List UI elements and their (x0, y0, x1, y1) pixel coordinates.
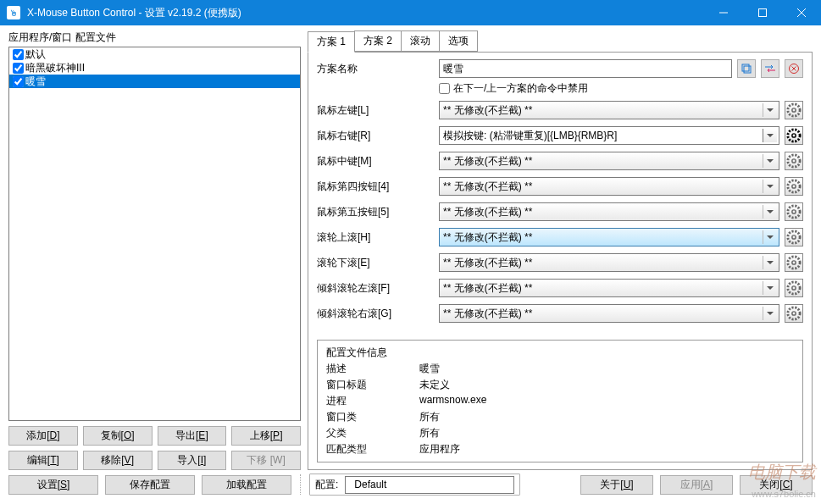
chevron-down-icon[interactable] (763, 205, 777, 219)
gear-icon[interactable] (785, 253, 803, 272)
info-desc-k: 描述 (326, 362, 419, 376)
profile-row[interactable]: 暗黑破坏神III (9, 61, 300, 75)
export-button[interactable]: 导出[E] (158, 426, 227, 446)
swap-plan-button[interactable] (761, 59, 779, 78)
bottom-bar: 设置[S] 保存配置 加载配置 配置: Default 关于[U] 应用[A] … (0, 470, 821, 499)
binding-row: 鼠标第四按钮[4]** 无修改(不拦截) ** (317, 177, 803, 196)
movedown-button[interactable]: 下移 [W] (231, 451, 301, 470)
tab-scroll[interactable]: 滚动 (401, 30, 440, 52)
binding-value: ** 无修改(不拦截) ** (443, 230, 532, 245)
svg-point-26 (792, 312, 796, 315)
disable-in-command-label: 在下一/上一方案的命令中禁用 (453, 81, 588, 96)
gear-icon[interactable] (785, 279, 803, 297)
profile-checkbox[interactable] (13, 49, 24, 60)
about-button[interactable]: 关于[U] (580, 475, 653, 495)
binding-combo[interactable]: ** 无修改(不拦截) ** (439, 253, 779, 272)
gear-icon[interactable] (785, 152, 803, 170)
profile-checkbox[interactable] (13, 76, 24, 87)
binding-value: ** 无修改(不拦截) ** (443, 154, 532, 169)
gear-icon[interactable] (785, 177, 803, 196)
svg-point-12 (792, 134, 796, 137)
tab-options[interactable]: 选项 (439, 30, 478, 52)
tab-plan2[interactable]: 方案 2 (354, 30, 402, 52)
svg-point-24 (792, 286, 796, 290)
binding-row: 鼠标左键[L]** 无修改(不拦截) ** (317, 101, 803, 119)
binding-value: ** 无修改(不拦截) ** (443, 103, 532, 118)
tab-plan1[interactable]: 方案 1 (308, 31, 355, 53)
chevron-down-icon[interactable] (763, 154, 777, 168)
gear-icon[interactable] (785, 101, 803, 119)
tab-body: 方案名称 在下一/上一方案的命令中禁用 鼠标左键[L]** 无修改(不拦截) *… (308, 52, 813, 470)
binding-label: 鼠标第五按钮[5] (317, 205, 434, 219)
plan-name-input[interactable] (439, 59, 732, 78)
copy-button[interactable]: 复制[O] (83, 426, 153, 446)
binding-combo[interactable]: ** 无修改(不拦截) ** (439, 101, 779, 119)
disable-in-command-checkbox[interactable] (439, 83, 450, 94)
maximize-button[interactable] (743, 0, 782, 25)
app-icon: 🖱 (7, 6, 20, 19)
binding-combo[interactable]: ** 无修改(不拦截) ** (439, 228, 779, 246)
binding-label: 鼠标第四按钮[4] (317, 180, 434, 194)
svg-rect-4 (742, 64, 749, 71)
profile-list[interactable]: 默认暗黑破坏神III暖雪 (8, 47, 301, 421)
close-button[interactable] (782, 0, 821, 25)
binding-combo[interactable]: ** 无修改(不拦截) ** (439, 279, 779, 297)
binding-label: 鼠标中键[M] (317, 154, 434, 169)
delete-plan-button[interactable] (785, 59, 803, 78)
gear-icon[interactable] (785, 126, 803, 145)
profile-row[interactable]: 暖雪 (9, 75, 300, 88)
svg-point-18 (792, 210, 796, 213)
gear-icon[interactable] (785, 202, 803, 221)
binding-label: 倾斜滚轮右滚[G] (317, 307, 434, 321)
binding-value: 模拟按键: (粘滞键重复)[{LMB}{RMB}R] (443, 129, 617, 143)
apply-button[interactable]: 应用[A] (660, 475, 733, 495)
profile-list-label: 应用程序/窗口 配置文件 (8, 30, 301, 45)
gear-icon[interactable] (785, 228, 803, 246)
settings-button[interactable]: 设置[S] (8, 475, 98, 495)
profile-checkbox[interactable] (13, 63, 24, 74)
chevron-down-icon[interactable] (763, 129, 777, 142)
binding-combo[interactable]: ** 无修改(不拦截) ** (439, 304, 779, 323)
profile-label: 暗黑破坏神III (25, 61, 85, 75)
binding-label: 滚轮下滚[E] (317, 256, 434, 270)
config-value[interactable]: Default (345, 476, 514, 494)
chevron-down-icon[interactable] (763, 307, 777, 320)
chevron-down-icon[interactable] (763, 281, 777, 295)
close-bottom-button[interactable]: 关闭[C] (740, 475, 813, 495)
loadprofile-button[interactable]: 加载配置 (202, 475, 291, 495)
edit-button[interactable]: 编辑[T] (8, 451, 78, 470)
window-title: X-Mouse Button Control - 设置 v2.19.2 (便携版… (27, 6, 704, 20)
remove-button[interactable]: 移除[V] (83, 451, 153, 470)
titlebar: 🖱 X-Mouse Button Control - 设置 v2.19.2 (便… (0, 0, 821, 25)
svg-point-25 (788, 307, 800, 319)
info-pclass-v: 所有 (419, 426, 440, 440)
minimize-button[interactable] (704, 0, 743, 25)
binding-combo[interactable]: ** 无修改(不拦截) ** (439, 152, 779, 170)
chevron-down-icon[interactable] (763, 256, 777, 269)
copy-plan-button[interactable] (737, 59, 756, 78)
info-pclass-k: 父类 (326, 426, 419, 440)
import-button[interactable]: 导入[I] (158, 451, 227, 470)
info-wclass-v: 所有 (419, 410, 440, 424)
binding-value: ** 无修改(不拦截) ** (443, 180, 532, 194)
binding-label: 倾斜滚轮左滚[F] (317, 281, 434, 296)
binding-combo[interactable]: 模拟按键: (粘滞键重复)[{LMB}{RMB}R] (439, 126, 779, 145)
chevron-down-icon[interactable] (763, 103, 777, 117)
info-desc-v: 暖雪 (419, 362, 440, 376)
svg-rect-5 (744, 66, 751, 73)
binding-row: 鼠标右键[R]模拟按键: (粘滞键重复)[{LMB}{RMB}R] (317, 126, 803, 145)
chevron-down-icon[interactable] (763, 230, 777, 244)
binding-row: 鼠标第五按钮[5]** 无修改(不拦截) ** (317, 202, 803, 221)
chevron-down-icon[interactable] (763, 180, 777, 193)
svg-point-19 (788, 231, 800, 243)
info-wintitle-v: 未定义 (419, 378, 450, 392)
profile-label: 暖雪 (25, 75, 46, 89)
saveprofile-button[interactable]: 保存配置 (105, 475, 195, 495)
info-match-v: 应用程序 (419, 442, 460, 457)
binding-combo[interactable]: ** 无修改(不拦截) ** (439, 202, 779, 221)
add-button[interactable]: 添加[D] (8, 426, 78, 446)
moveup-button[interactable]: 上移[P] (231, 426, 301, 446)
binding-combo[interactable]: ** 无修改(不拦截) ** (439, 177, 779, 196)
profile-row[interactable]: 默认 (9, 47, 300, 61)
gear-icon[interactable] (785, 304, 803, 323)
